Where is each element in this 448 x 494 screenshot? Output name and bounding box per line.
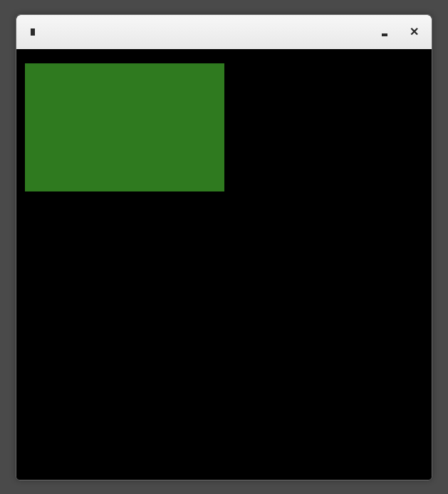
green-rectangle (25, 63, 224, 191)
application-window: ✕ (16, 14, 432, 480)
app-icon (29, 28, 36, 36)
minimize-icon (382, 33, 387, 36)
close-button[interactable]: ✕ (409, 27, 419, 37)
minimize-button[interactable] (380, 28, 389, 36)
titlebar-controls: ✕ (380, 27, 419, 37)
content-area (16, 49, 432, 480)
titlebar[interactable]: ✕ (16, 15, 432, 49)
titlebar-left (29, 28, 36, 36)
close-icon: ✕ (410, 26, 419, 38)
